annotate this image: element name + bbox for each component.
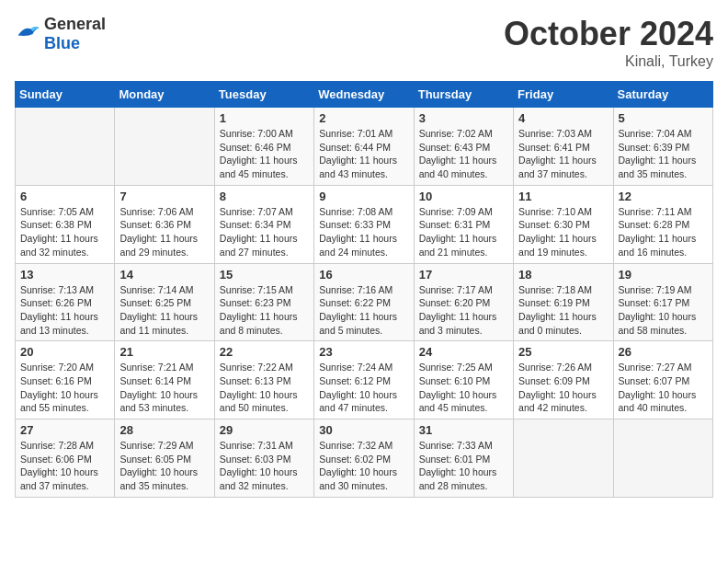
cell-info: Sunrise: 7:09 AM Sunset: 6:31 PM Dayligh… <box>419 205 508 259</box>
cell-info: Sunrise: 7:15 AM Sunset: 6:23 PM Dayligh… <box>220 283 309 338</box>
calendar-cell: 20Sunrise: 7:20 AM Sunset: 6:16 PM Dayli… <box>16 341 115 419</box>
calendar-cell: 5Sunrise: 7:04 AM Sunset: 6:39 PM Daylig… <box>613 108 712 186</box>
day-number: 24 <box>419 345 508 359</box>
cell-info: Sunrise: 7:27 AM Sunset: 6:07 PM Dayligh… <box>619 361 708 415</box>
calendar-cell: 24Sunrise: 7:25 AM Sunset: 6:10 PM Dayli… <box>414 341 513 419</box>
calendar-cell <box>514 419 613 498</box>
calendar-week-row: 27Sunrise: 7:28 AM Sunset: 6:06 PM Dayli… <box>16 419 713 498</box>
calendar-cell <box>115 108 214 186</box>
calendar-week-row: 1Sunrise: 7:00 AM Sunset: 6:46 PM Daylig… <box>16 108 713 186</box>
day-number: 9 <box>319 190 408 203</box>
day-of-week-header: Tuesday <box>214 82 313 108</box>
cell-info: Sunrise: 7:17 AM Sunset: 6:20 PM Dayligh… <box>419 283 508 338</box>
calendar-cell: 6Sunrise: 7:05 AM Sunset: 6:38 PM Daylig… <box>16 185 115 263</box>
day-number: 27 <box>20 423 109 437</box>
day-number: 21 <box>119 345 209 359</box>
day-of-week-header: Thursday <box>414 82 513 108</box>
calendar-cell: 12Sunrise: 7:11 AM Sunset: 6:28 PM Dayli… <box>613 185 712 263</box>
cell-info: Sunrise: 7:00 AM Sunset: 6:46 PM Dayligh… <box>220 127 309 181</box>
calendar-cell: 28Sunrise: 7:29 AM Sunset: 6:05 PM Dayli… <box>115 419 214 498</box>
logo-bird-icon <box>15 22 40 42</box>
logo: General Blue <box>15 15 106 53</box>
cell-info: Sunrise: 7:03 AM Sunset: 6:41 PM Dayligh… <box>518 127 608 181</box>
cell-info: Sunrise: 7:05 AM Sunset: 6:38 PM Dayligh… <box>20 205 109 259</box>
cell-info: Sunrise: 7:16 AM Sunset: 6:22 PM Dayligh… <box>319 283 408 338</box>
calendar-cell: 8Sunrise: 7:07 AM Sunset: 6:34 PM Daylig… <box>214 185 313 263</box>
cell-info: Sunrise: 7:06 AM Sunset: 6:36 PM Dayligh… <box>119 205 209 259</box>
day-number: 22 <box>220 345 309 359</box>
calendar-cell: 3Sunrise: 7:02 AM Sunset: 6:43 PM Daylig… <box>414 108 513 186</box>
calendar-week-row: 20Sunrise: 7:20 AM Sunset: 6:16 PM Dayli… <box>16 341 713 419</box>
logo-blue-text: Blue <box>44 34 80 52</box>
cell-info: Sunrise: 7:14 AM Sunset: 6:25 PM Dayligh… <box>119 283 209 338</box>
day-number: 13 <box>20 268 109 282</box>
cell-info: Sunrise: 7:26 AM Sunset: 6:09 PM Dayligh… <box>518 361 608 415</box>
day-number: 25 <box>518 345 608 359</box>
cell-info: Sunrise: 7:11 AM Sunset: 6:28 PM Dayligh… <box>619 205 708 259</box>
cell-info: Sunrise: 7:33 AM Sunset: 6:01 PM Dayligh… <box>419 439 508 493</box>
cell-info: Sunrise: 7:31 AM Sunset: 6:03 PM Dayligh… <box>220 439 309 493</box>
day-number: 31 <box>419 423 508 437</box>
day-number: 4 <box>518 111 608 125</box>
cell-info: Sunrise: 7:21 AM Sunset: 6:14 PM Dayligh… <box>119 361 209 415</box>
calendar-cell: 9Sunrise: 7:08 AM Sunset: 6:33 PM Daylig… <box>314 185 414 263</box>
day-number: 23 <box>319 345 408 359</box>
day-number: 7 <box>119 190 209 203</box>
day-number: 1 <box>220 111 309 125</box>
calendar-cell <box>613 419 712 498</box>
calendar-cell: 18Sunrise: 7:18 AM Sunset: 6:19 PM Dayli… <box>514 263 613 341</box>
calendar-cell: 22Sunrise: 7:22 AM Sunset: 6:13 PM Dayli… <box>214 341 313 419</box>
cell-info: Sunrise: 7:08 AM Sunset: 6:33 PM Dayligh… <box>319 205 408 259</box>
cell-info: Sunrise: 7:24 AM Sunset: 6:12 PM Dayligh… <box>319 361 408 415</box>
title-block: October 2024 Kinali, Turkey <box>504 15 713 70</box>
cell-info: Sunrise: 7:19 AM Sunset: 6:17 PM Dayligh… <box>619 283 708 338</box>
calendar-cell: 7Sunrise: 7:06 AM Sunset: 6:36 PM Daylig… <box>115 185 214 263</box>
calendar-cell: 26Sunrise: 7:27 AM Sunset: 6:07 PM Dayli… <box>613 341 712 419</box>
calendar-cell: 30Sunrise: 7:32 AM Sunset: 6:02 PM Dayli… <box>314 419 414 498</box>
calendar-cell: 10Sunrise: 7:09 AM Sunset: 6:31 PM Dayli… <box>414 185 513 263</box>
location-text: Kinali, Turkey <box>504 53 713 70</box>
calendar-cell: 27Sunrise: 7:28 AM Sunset: 6:06 PM Dayli… <box>16 419 115 498</box>
calendar-cell: 1Sunrise: 7:00 AM Sunset: 6:46 PM Daylig… <box>214 108 313 186</box>
calendar-header-row: SundayMondayTuesdayWednesdayThursdayFrid… <box>16 82 713 108</box>
cell-info: Sunrise: 7:10 AM Sunset: 6:30 PM Dayligh… <box>518 205 608 259</box>
cell-info: Sunrise: 7:07 AM Sunset: 6:34 PM Dayligh… <box>220 205 309 259</box>
day-number: 17 <box>419 268 508 282</box>
cell-info: Sunrise: 7:28 AM Sunset: 6:06 PM Dayligh… <box>20 439 109 493</box>
calendar-cell: 15Sunrise: 7:15 AM Sunset: 6:23 PM Dayli… <box>214 263 313 341</box>
calendar-cell: 2Sunrise: 7:01 AM Sunset: 6:44 PM Daylig… <box>314 108 414 186</box>
cell-info: Sunrise: 7:04 AM Sunset: 6:39 PM Dayligh… <box>619 127 708 181</box>
cell-info: Sunrise: 7:25 AM Sunset: 6:10 PM Dayligh… <box>419 361 508 415</box>
day-of-week-header: Saturday <box>613 82 712 108</box>
day-number: 8 <box>220 190 309 203</box>
day-number: 12 <box>619 190 708 203</box>
cell-info: Sunrise: 7:20 AM Sunset: 6:16 PM Dayligh… <box>20 361 109 415</box>
cell-info: Sunrise: 7:13 AM Sunset: 6:26 PM Dayligh… <box>20 283 109 338</box>
calendar-cell: 11Sunrise: 7:10 AM Sunset: 6:30 PM Dayli… <box>514 185 613 263</box>
day-number: 30 <box>319 423 408 437</box>
day-number: 19 <box>619 268 708 282</box>
calendar-cell: 14Sunrise: 7:14 AM Sunset: 6:25 PM Dayli… <box>115 263 214 341</box>
day-number: 28 <box>119 423 209 437</box>
day-number: 15 <box>220 268 309 282</box>
day-number: 2 <box>319 111 408 125</box>
day-number: 3 <box>419 111 508 125</box>
day-of-week-header: Wednesday <box>314 82 414 108</box>
cell-info: Sunrise: 7:32 AM Sunset: 6:02 PM Dayligh… <box>319 439 408 493</box>
day-number: 29 <box>220 423 309 437</box>
calendar-cell: 13Sunrise: 7:13 AM Sunset: 6:26 PM Dayli… <box>16 263 115 341</box>
day-number: 20 <box>20 345 109 359</box>
day-number: 14 <box>119 268 209 282</box>
calendar-table: SundayMondayTuesdayWednesdayThursdayFrid… <box>15 81 713 498</box>
month-title: October 2024 <box>504 15 713 53</box>
calendar-week-row: 13Sunrise: 7:13 AM Sunset: 6:26 PM Dayli… <box>16 263 713 341</box>
cell-info: Sunrise: 7:22 AM Sunset: 6:13 PM Dayligh… <box>220 361 309 415</box>
calendar-cell: 4Sunrise: 7:03 AM Sunset: 6:41 PM Daylig… <box>514 108 613 186</box>
calendar-cell: 17Sunrise: 7:17 AM Sunset: 6:20 PM Dayli… <box>414 263 513 341</box>
day-of-week-header: Monday <box>115 82 214 108</box>
cell-info: Sunrise: 7:29 AM Sunset: 6:05 PM Dayligh… <box>119 439 209 493</box>
calendar-cell: 21Sunrise: 7:21 AM Sunset: 6:14 PM Dayli… <box>115 341 214 419</box>
calendar-cell: 19Sunrise: 7:19 AM Sunset: 6:17 PM Dayli… <box>613 263 712 341</box>
calendar-cell: 31Sunrise: 7:33 AM Sunset: 6:01 PM Dayli… <box>414 419 513 498</box>
calendar-cell <box>16 108 115 186</box>
